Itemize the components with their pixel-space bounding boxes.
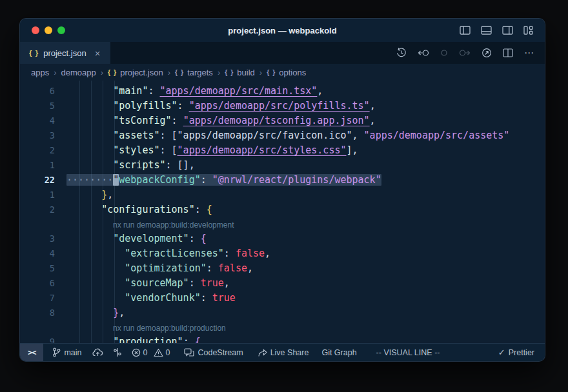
- line-number[interactable]: 7: [20, 291, 66, 306]
- gitlens-item[interactable]: [108, 344, 127, 361]
- breadcrumb-item-project.json[interactable]: { }project.json: [106, 68, 165, 77]
- code-text: "main": "apps/demoapp/src/main.tsx",: [66, 84, 545, 99]
- previous-change-icon[interactable]: [418, 48, 429, 57]
- line-number[interactable]: [20, 320, 66, 335]
- code-row[interactable]: 4 "tsConfig": "apps/demoapp/tsconfig.app…: [20, 113, 545, 128]
- code-row[interactable]: 7 "vendorChunk": true: [20, 291, 545, 306]
- run-target-icon[interactable]: [482, 48, 492, 58]
- line-number[interactable]: 22: [20, 173, 66, 188]
- breadcrumb-separator: ›: [52, 68, 57, 77]
- line-number[interactable]: [20, 217, 66, 231]
- line-number[interactable]: 1: [20, 158, 66, 173]
- code-row[interactable]: 1 "scripts": [],: [20, 158, 545, 173]
- line-number[interactable]: 8: [20, 306, 66, 320]
- status-bar: >< main 0 0: [20, 343, 545, 361]
- line-number[interactable]: 2: [20, 202, 66, 217]
- toggle-secondary-sidebar-icon[interactable]: [502, 26, 513, 35]
- line-number[interactable]: 6: [20, 84, 66, 99]
- symbol-braces-icon: { }: [225, 68, 234, 76]
- code-row[interactable]: 1 },: [20, 188, 545, 202]
- code-row[interactable]: 4 "extractLicenses": false,: [20, 246, 545, 261]
- code-text: "extractLicenses": false,: [66, 246, 545, 261]
- vim-block-cursor: ": [113, 174, 119, 186]
- line-number[interactable]: 5: [20, 261, 66, 276]
- prettier-label: Prettier: [509, 348, 534, 357]
- breadcrumb-separator: ›: [216, 68, 221, 77]
- code-row[interactable]: 5 "polyfills": "apps/demoapp/src/polyfil…: [20, 99, 545, 113]
- breadcrumb-separator: ›: [258, 68, 263, 77]
- editor-actions: ⋯: [396, 42, 545, 64]
- toggle-sidebar-icon[interactable]: [460, 26, 471, 35]
- code-editor[interactable]: 6 "main": "apps/demoapp/src/main.tsx",5 …: [20, 81, 545, 343]
- remote-indicator[interactable]: ><: [20, 344, 43, 361]
- breadcrumb-separator: ›: [167, 68, 172, 77]
- change-marker-icon[interactable]: [440, 49, 448, 57]
- code-text: "development": {: [66, 231, 545, 246]
- liveshare-item[interactable]: Live Share: [252, 344, 314, 361]
- liveshare-label: Live Share: [270, 348, 309, 357]
- code-text: "optimization": false,: [66, 261, 545, 276]
- code-row[interactable]: 9 "production": {: [20, 335, 545, 343]
- codelens-row[interactable]: nx run demoapp:build:development: [20, 217, 545, 231]
- code-row[interactable]: 8 },: [20, 306, 545, 320]
- line-number[interactable]: 5: [20, 99, 66, 113]
- more-actions-icon[interactable]: ⋯: [524, 50, 534, 56]
- split-editor-icon[interactable]: [503, 48, 513, 57]
- warning-count: 0: [166, 348, 170, 357]
- code-text: },: [66, 188, 545, 202]
- code-text: },: [66, 306, 545, 320]
- breadcrumb-item-build[interactable]: { }build: [223, 68, 257, 77]
- code-row[interactable]: 2 "configurations": {: [20, 202, 545, 217]
- line-number[interactable]: 9: [20, 335, 66, 343]
- nx-codelens-link[interactable]: nx run demoapp:build:production: [66, 324, 226, 333]
- publish-changes-item[interactable]: [87, 344, 108, 361]
- close-tab-icon[interactable]: ×: [95, 48, 101, 58]
- git-graph-item[interactable]: Git Graph: [316, 344, 361, 361]
- line-number[interactable]: 3: [20, 231, 66, 246]
- line-number[interactable]: 4: [20, 113, 66, 128]
- code-row[interactable]: 2 "styles": ["apps/demoapp/src/styles.cs…: [20, 143, 545, 158]
- breadcrumb-item-targets[interactable]: { }targets: [173, 68, 215, 77]
- codelens-row[interactable]: nx run demoapp:build:production: [20, 320, 545, 335]
- breadcrumb-label: apps: [31, 68, 49, 77]
- code-text: ········"webpackConfig": "@nrwl/react/pl…: [66, 173, 545, 188]
- code-text: "vendorChunk": true: [66, 291, 545, 306]
- breadcrumb-item-options[interactable]: { }options: [265, 68, 308, 77]
- close-window-button[interactable]: [32, 26, 39, 34]
- breadcrumb-label: options: [279, 68, 306, 77]
- code-row[interactable]: 5 "optimization": false,: [20, 261, 545, 276]
- code-text: "polyfills": "apps/demoapp/src/polyfills…: [66, 99, 545, 113]
- minimize-window-button[interactable]: [45, 26, 52, 34]
- tab-project-json[interactable]: { } project.json ×: [20, 42, 110, 64]
- codestream-item[interactable]: CodeStream: [179, 344, 248, 361]
- line-number[interactable]: 1: [20, 188, 66, 202]
- code-row[interactable]: 22········"webpackConfig": "@nrwl/react/…: [20, 173, 545, 188]
- line-number[interactable]: 3: [20, 128, 66, 143]
- prettier-item[interactable]: ✓ Prettier: [493, 348, 540, 357]
- status-right: ✓ Prettier: [493, 348, 545, 357]
- code-row[interactable]: 6 "main": "apps/demoapp/src/main.tsx",: [20, 84, 545, 99]
- code-row[interactable]: 6 "sourceMap": true,: [20, 276, 545, 291]
- code-text: "production": {: [66, 335, 545, 343]
- code-text: nx run demoapp:build:production: [66, 320, 545, 335]
- breadcrumb-item-demoapp[interactable]: demoapp: [59, 68, 98, 77]
- toggle-panel-icon[interactable]: [481, 26, 492, 35]
- breadcrumb-item-apps[interactable]: apps: [29, 68, 51, 77]
- check-icon: ✓: [498, 348, 505, 357]
- codestream-label: CodeStream: [198, 348, 243, 357]
- code-row[interactable]: 3 "development": {: [20, 231, 545, 246]
- customize-layout-icon[interactable]: [523, 26, 533, 35]
- next-change-icon[interactable]: [459, 48, 471, 57]
- vim-mode-indicator: -- VISUAL LINE --: [371, 344, 445, 361]
- problems-item[interactable]: 0 0: [127, 344, 176, 361]
- maximize-window-button[interactable]: [57, 26, 65, 34]
- symbol-braces-icon: { }: [267, 68, 276, 76]
- line-number[interactable]: 2: [20, 143, 66, 158]
- line-number[interactable]: 6: [20, 276, 66, 291]
- timeline-history-icon[interactable]: [396, 48, 407, 58]
- code-row[interactable]: 3 "assets": ["apps/demoapp/src/favicon.i…: [20, 128, 545, 143]
- nx-codelens-link[interactable]: nx run demoapp:build:development: [66, 220, 234, 230]
- line-number[interactable]: 4: [20, 246, 66, 261]
- git-branch-item[interactable]: main: [47, 344, 86, 361]
- breadcrumb-separator: ›: [99, 68, 105, 77]
